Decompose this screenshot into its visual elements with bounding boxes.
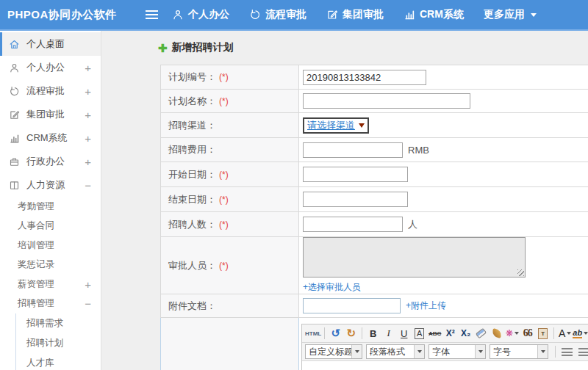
field-label: 招聘渠道： bbox=[161, 113, 299, 137]
attachment-upload-link[interactable]: +附件上传 bbox=[406, 300, 446, 312]
form-row-end-date: 结束日期： (*) bbox=[161, 187, 588, 212]
redo-button[interactable]: ↻ bbox=[343, 326, 359, 341]
nav-more-apps[interactable]: 更多应用 bbox=[484, 8, 537, 21]
nav-personal-office[interactable]: 个人办公 bbox=[172, 8, 229, 21]
sidebar-item-hr-contract[interactable]: 人事合同 bbox=[0, 217, 101, 236]
html-source-button[interactable]: HTML bbox=[305, 326, 321, 341]
dropdown-arrow-button[interactable] bbox=[537, 345, 548, 358]
dropdown-value: 段落格式 bbox=[367, 345, 414, 358]
nav-group-approval[interactable]: 集团审批 bbox=[326, 8, 384, 21]
sidebar-item-label: 招聘管理 bbox=[18, 297, 54, 310]
nav-process-approval[interactable]: 流程审批 bbox=[249, 8, 306, 21]
sidebar-item-human-resources[interactable]: 人力资源 − bbox=[0, 173, 101, 197]
strikethrough-button[interactable]: ABC bbox=[427, 326, 442, 341]
underline-button[interactable]: U bbox=[396, 326, 412, 341]
home-icon bbox=[9, 39, 20, 50]
plan-name-input[interactable] bbox=[303, 93, 470, 109]
sidebar-item-attendance[interactable]: 考勤管理 bbox=[0, 197, 101, 217]
start-date-input[interactable] bbox=[303, 167, 408, 182]
chevron-down-icon bbox=[567, 332, 571, 335]
sidebar-item-personal-office[interactable]: 个人办公 + bbox=[0, 56, 101, 79]
brush-icon bbox=[492, 328, 502, 338]
sidebar-item-group-approval[interactable]: 集团审批 + bbox=[0, 103, 101, 126]
expand-plus-icon[interactable]: + bbox=[85, 62, 91, 74]
sidebar-item-recruit-plan[interactable]: 招聘计划 bbox=[16, 333, 101, 353]
bold-button[interactable]: B bbox=[365, 326, 381, 341]
font-color-button[interactable]: A bbox=[557, 326, 573, 341]
page-title: ✚ 新增招聘计划 bbox=[158, 41, 234, 54]
sidebar-item-personal-desktop[interactable]: 个人桌面 bbox=[0, 32, 101, 56]
sidebar-item-rewards[interactable]: 奖惩记录 bbox=[0, 255, 101, 275]
dropdown-value: 自定义标题 bbox=[306, 345, 351, 358]
highlight-color-button[interactable]: ab bbox=[573, 326, 588, 341]
hamburger-menu-icon[interactable] bbox=[146, 10, 158, 19]
dropdown-arrow-button[interactable] bbox=[351, 345, 362, 358]
paste-text-button[interactable]: T bbox=[535, 326, 551, 341]
channel-select[interactable]: 请选择渠道 bbox=[303, 117, 369, 134]
sidebar-item-label: 奖惩记录 bbox=[18, 258, 54, 271]
sidebar-item-process-approval[interactable]: 流程审批 + bbox=[0, 79, 101, 103]
sidebar-item-recruit-mgmt[interactable]: 招聘管理 − bbox=[0, 294, 101, 314]
undo-button[interactable]: ↺ bbox=[328, 326, 343, 341]
required-marker: (*) bbox=[219, 220, 229, 230]
blockquote-button[interactable]: 66 bbox=[520, 326, 535, 341]
toolbar-divider bbox=[362, 327, 362, 339]
briefcase-icon bbox=[9, 156, 20, 167]
italic-button[interactable]: I bbox=[381, 326, 396, 341]
bar-chart-icon bbox=[404, 9, 415, 21]
text-effect-button[interactable]: ❋ bbox=[504, 326, 520, 341]
top-navigation: 个人办公 流程审批 集团审批 CRM系统 更多应用 bbox=[172, 0, 537, 29]
chevron-down-icon bbox=[355, 350, 359, 353]
sidebar-item-admin-office[interactable]: 行政办公 + bbox=[0, 150, 101, 173]
editor-content-area[interactable] bbox=[302, 361, 588, 370]
dropdown-arrow-button[interactable] bbox=[414, 345, 424, 358]
font-size-dropdown[interactable]: 字号 bbox=[490, 344, 548, 359]
expand-plus-icon[interactable]: + bbox=[85, 132, 91, 145]
dropdown-arrow-button[interactable] bbox=[475, 345, 485, 358]
align-left-button[interactable] bbox=[562, 348, 573, 356]
splash-icon: ❋ bbox=[506, 328, 513, 338]
collapse-minus-icon[interactable]: − bbox=[85, 297, 91, 310]
sidebar-item-recruit-demand[interactable]: 招聘需求 bbox=[16, 313, 101, 333]
nav-crm-system[interactable]: CRM系统 bbox=[404, 8, 464, 21]
eraser-button[interactable] bbox=[473, 326, 489, 341]
form-row-fee: 招聘费用： RMB bbox=[161, 138, 588, 162]
label-text: 附件文档： bbox=[168, 300, 216, 313]
sidebar-item-label: 个人办公 bbox=[26, 61, 65, 74]
expand-plus-icon[interactable]: + bbox=[85, 109, 91, 121]
sidebar-item-label: 薪资管理 bbox=[18, 278, 54, 291]
select-approvers-link[interactable]: +选择审批人员 bbox=[303, 281, 361, 294]
sidebar-item-talent-pool[interactable]: 人才库 bbox=[16, 353, 101, 370]
sidebar-item-crm[interactable]: CRM系统 + bbox=[0, 126, 101, 150]
attachment-input[interactable] bbox=[303, 298, 401, 313]
fee-input[interactable] bbox=[303, 142, 403, 158]
form-row-attachment: 附件文档： +附件上传 bbox=[161, 294, 588, 318]
expand-plus-icon[interactable]: + bbox=[85, 156, 91, 168]
font-family-dropdown[interactable]: 字体 bbox=[429, 344, 486, 359]
required-marker: (*) bbox=[219, 195, 229, 205]
expand-plus-icon[interactable]: + bbox=[85, 278, 91, 291]
autoformat-button[interactable]: A bbox=[415, 328, 424, 339]
format-brush-button[interactable] bbox=[489, 326, 504, 341]
form-row-channel: 招聘渠道： 请选择渠道 bbox=[161, 113, 588, 138]
custom-title-dropdown[interactable]: 自定义标题 bbox=[305, 344, 362, 359]
plus-icon: ✚ bbox=[158, 43, 168, 54]
label-text: 招聘人数： bbox=[168, 218, 216, 231]
headcount-input[interactable] bbox=[303, 217, 403, 232]
toolbar-divider bbox=[553, 327, 554, 339]
sidebar-item-label: CRM系统 bbox=[26, 131, 68, 145]
end-date-input[interactable] bbox=[303, 192, 408, 207]
approvers-textarea[interactable] bbox=[303, 237, 526, 278]
sidebar-item-salary[interactable]: 薪资管理 + bbox=[0, 275, 101, 294]
paragraph-format-dropdown[interactable]: 段落格式 bbox=[366, 344, 425, 359]
field-label: 附件文档： bbox=[161, 294, 299, 317]
plan-number-input[interactable] bbox=[303, 70, 426, 85]
expand-plus-icon[interactable]: + bbox=[85, 85, 91, 98]
form-row-editor: HTML ↺ ↻ B I U A ABC X² X₂ bbox=[160, 318, 588, 370]
superscript-button[interactable]: X² bbox=[442, 326, 458, 341]
sidebar-item-training[interactable]: 培训管理 bbox=[0, 236, 101, 255]
subscript-button[interactable]: X₂ bbox=[458, 326, 473, 341]
collapse-minus-icon[interactable]: − bbox=[85, 179, 91, 192]
align-center-button[interactable] bbox=[578, 348, 588, 356]
field-label-empty bbox=[161, 318, 299, 370]
